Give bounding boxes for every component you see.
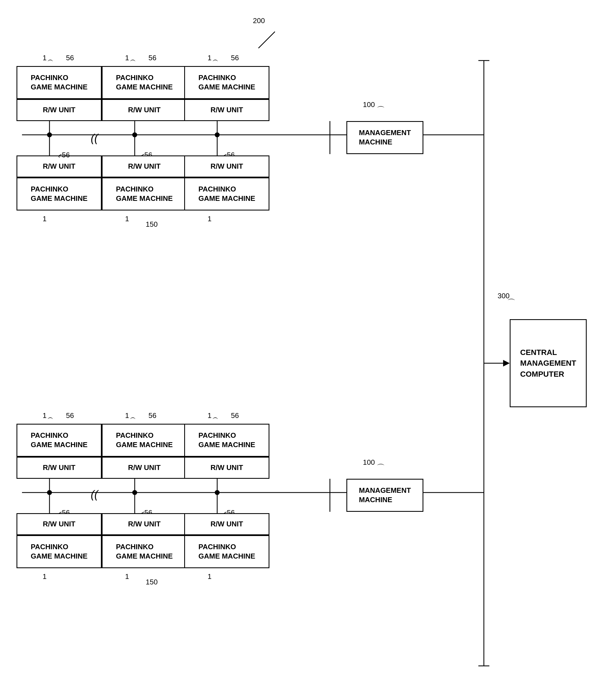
- rw-label-bg-col3-top: R/W UNIT: [208, 462, 245, 474]
- pgm-label-bg-col3-top: PACHINKOGAME MACHINE: [196, 430, 258, 451]
- rw-label-col1-top: R/W UNIT: [41, 104, 78, 116]
- label-150-bot: 150: [146, 578, 158, 586]
- pgm-box-bg-col1-bot: PACHINKOGAME MACHINE: [17, 535, 102, 568]
- pgm-label-col1-bot: PACHINKOGAME MACHINE: [29, 183, 90, 204]
- label-56-col1-top: 56: [66, 54, 74, 62]
- diagram: 200 1 ⌒ 56 PACHINKOGAME MACHINE R/W UNIT…: [0, 0, 604, 700]
- pgm-label-col3-bot: PACHINKOGAME MACHINE: [196, 183, 258, 204]
- pgm-label-bg-col2-top: PACHINKOGAME MACHINE: [114, 430, 175, 451]
- rw-label-bg-col1-bot: R/W UNIT: [41, 518, 78, 530]
- pgm-box-col2-bot: PACHINKOGAME MACHINE: [102, 177, 187, 210]
- label-1-bg-col2-bot: 1: [125, 572, 129, 581]
- pgm-label-col2-top: PACHINKOGAME MACHINE: [114, 72, 175, 93]
- rw-box-col2-top: R/W UNIT: [102, 99, 187, 121]
- label-1-bg-col3-bot: 1: [208, 572, 211, 581]
- pgm-label-bg-col1-bot: PACHINKOGAME MACHINE: [29, 541, 90, 562]
- label-1-col3-bot: 1: [208, 215, 211, 223]
- label-150-top: 150: [146, 220, 158, 229]
- rw-box-bg-col2-top: R/W UNIT: [102, 457, 187, 479]
- svg-point-26: [215, 490, 220, 495]
- rw-label-col3-bot: R/W UNIT: [208, 161, 245, 172]
- rw-box-bg-col1-bot: R/W UNIT: [17, 513, 102, 535]
- label-1-col2-bot: 1: [125, 215, 129, 223]
- pgm-box-bg-col2-top: PACHINKOGAME MACHINE: [102, 424, 187, 457]
- rw-box-bg-col1-top: R/W UNIT: [17, 457, 102, 479]
- management-machine-bot: MANAGEMENTMACHINE: [346, 479, 423, 512]
- rw-label-bg-col3-bot: R/W UNIT: [208, 518, 245, 530]
- pgm-box-col1-bot: PACHINKOGAME MACHINE: [17, 177, 102, 210]
- label-56-bg-col2-top: 56: [149, 411, 156, 420]
- rw-box-col3-bot: R/W UNIT: [184, 155, 269, 177]
- rw-box-bg-col2-bot: R/W UNIT: [102, 513, 187, 535]
- brace-100-bot: ⌒: [377, 462, 385, 474]
- mgmt-label-top: MANAGEMENTMACHINE: [357, 127, 413, 148]
- svg-point-7: [215, 132, 220, 137]
- pgm-box-col1-top: PACHINKOGAME MACHINE: [17, 66, 102, 99]
- pgm-label-col2-bot: PACHINKOGAME MACHINE: [114, 183, 175, 204]
- pgm-box-bg-col3-bot: PACHINKOGAME MACHINE: [184, 535, 269, 568]
- rw-box-col2-bot: R/W UNIT: [102, 155, 187, 177]
- pgm-box-col2-top: PACHINKOGAME MACHINE: [102, 66, 187, 99]
- pgm-box-bg-col2-bot: PACHINKOGAME MACHINE: [102, 535, 187, 568]
- label-1-bg-col3-top: 1: [208, 411, 211, 420]
- label-1-col2-top: 1: [125, 54, 129, 62]
- pgm-label-col3-top: PACHINKOGAME MACHINE: [196, 72, 258, 93]
- pgm-label-bg-col2-bot: PACHINKOGAME MACHINE: [114, 541, 175, 562]
- label-100-bot: 100: [363, 458, 375, 467]
- brace-100-top: ⌒: [377, 104, 385, 116]
- rw-label-col2-bot: R/W UNIT: [126, 161, 163, 172]
- label-56-col3-top: 56: [231, 54, 239, 62]
- svg-point-24: [47, 490, 52, 495]
- break-bg-col1: ((: [91, 489, 98, 501]
- brace-300: ⌒: [507, 297, 516, 308]
- break-col1: ((: [91, 132, 98, 145]
- label-1-bg-col1-bot: 1: [43, 572, 47, 581]
- label-1-col1-bot: 1: [43, 215, 47, 223]
- label-1-col1-top: 1: [43, 54, 47, 62]
- pgm-box-bg-col3-top: PACHINKOGAME MACHINE: [184, 424, 269, 457]
- label-56-col2-top: 56: [149, 54, 156, 62]
- rw-label-bg-col2-top: R/W UNIT: [126, 462, 163, 474]
- mgmt-label-bot: MANAGEMENTMACHINE: [357, 485, 413, 506]
- pgm-box-bg-col1-top: PACHINKOGAME MACHINE: [17, 424, 102, 457]
- label-1-bg-col1-top: 1: [43, 411, 47, 420]
- pgm-label-bg-col3-bot: PACHINKOGAME MACHINE: [196, 541, 258, 562]
- label-56-bg-col1-top: 56: [66, 411, 74, 420]
- rw-box-col1-top: R/W UNIT: [17, 99, 102, 121]
- rw-label-bg-col2-bot: R/W UNIT: [126, 518, 163, 530]
- label-1-bg-col2-top: 1: [125, 411, 129, 420]
- pgm-label-col1-top: PACHINKOGAME MACHINE: [29, 72, 90, 93]
- svg-point-5: [47, 132, 52, 137]
- rw-box-col1-bot: R/W UNIT: [17, 155, 102, 177]
- management-machine-top: MANAGEMENTMACHINE: [346, 121, 423, 154]
- rw-box-bg-col3-top: R/W UNIT: [184, 457, 269, 479]
- rw-box-col3-top: R/W UNIT: [184, 99, 269, 121]
- rw-label-col3-top: R/W UNIT: [208, 104, 245, 116]
- label-1-col3-top: 1: [208, 54, 211, 62]
- rw-label-col2-top: R/W UNIT: [126, 104, 163, 116]
- svg-line-0: [258, 32, 275, 48]
- pgm-box-col3-top: PACHINKOGAME MACHINE: [184, 66, 269, 99]
- rw-label-col1-bot: R/W UNIT: [41, 161, 78, 172]
- label-56-bg-col3-top: 56: [231, 411, 239, 420]
- rw-box-bg-col3-bot: R/W UNIT: [184, 513, 269, 535]
- pgm-box-col3-bot: PACHINKOGAME MACHINE: [184, 177, 269, 210]
- svg-point-6: [132, 132, 137, 137]
- label-200: 200: [253, 17, 265, 25]
- svg-marker-17: [503, 360, 510, 367]
- rw-label-bg-col1-top: R/W UNIT: [41, 462, 78, 474]
- svg-point-25: [132, 490, 137, 495]
- label-100-top: 100: [363, 100, 375, 109]
- pgm-label-bg-col1-top: PACHINKOGAME MACHINE: [29, 430, 90, 451]
- central-management-computer: CENTRALMANAGEMENTCOMPUTER: [510, 319, 587, 407]
- cmc-label: CENTRALMANAGEMENTCOMPUTER: [518, 346, 578, 380]
